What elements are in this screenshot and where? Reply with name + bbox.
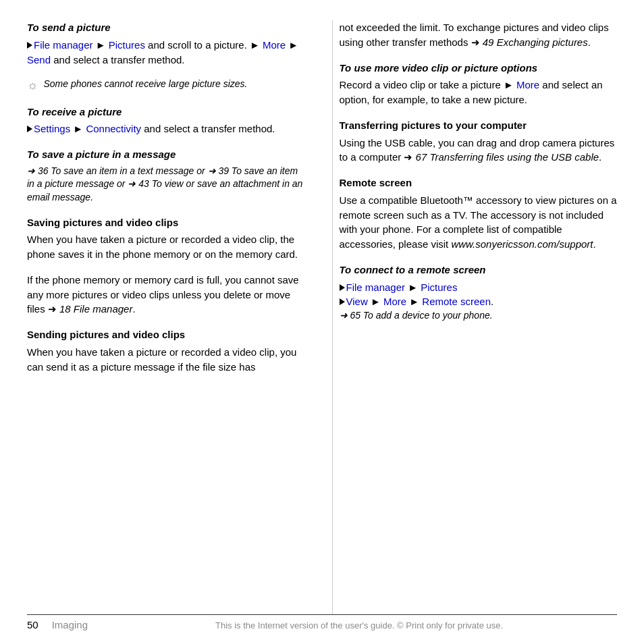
or2: or ➜ (114, 178, 138, 189)
section-receive-picture: To receive a picture Settings ► Connecti… (27, 105, 305, 137)
section-save-picture: To save a picture in a message ➜ 36 To s… (27, 147, 305, 205)
sep6: ► (406, 296, 422, 307)
text-connect-line3: ➜ 65 To add a device to your phone. (340, 309, 618, 323)
link-remote-screen: Remote screen (422, 296, 491, 307)
heading-receive-picture: To receive a picture (27, 105, 305, 119)
text-memory-full: If the phone memory or memory card is fu… (27, 273, 305, 317)
link-settings: Settings (34, 123, 70, 134)
text-sending: When you have taken a picture or recorde… (27, 345, 305, 375)
arrow-filled2: ➜ (340, 310, 350, 321)
period1: . (90, 192, 93, 203)
or1: or ➜ (194, 165, 218, 176)
text-save-picture: ➜ 36 To save an item in a text message o… (27, 165, 305, 205)
footer: 50 Imaging This is the Internet version … (27, 614, 617, 630)
sep3: ► (70, 123, 86, 134)
link-pictures2: Pictures (421, 281, 457, 293)
tip-icon: ☼ (27, 78, 38, 93)
page: To send a picture File manager ► Picture… (0, 0, 644, 644)
footer-page-number: 50 (27, 619, 38, 630)
text-not-exceeded: not exceeded the limit. To exchange pict… (340, 20, 618, 50)
section-memory-full: If the phone memory or memory card is fu… (27, 273, 305, 317)
heading-transferring: Transferring pictures to your computer (340, 118, 618, 133)
tip-text: Some phones cannot receive large picture… (44, 78, 248, 91)
right-column: not exceeded the limit. To exchange pict… (332, 20, 618, 614)
link-pictures: Pictures (109, 39, 145, 51)
link-67-transferring: 67 Transferring files using the USB cabl… (416, 151, 599, 163)
period5: . (593, 238, 596, 250)
text-connect-line2: View ► More ► Remote screen. (340, 294, 618, 309)
arrow-icon4 (340, 298, 345, 305)
text-record: Record a video clip or take a picture ► (340, 79, 516, 90)
section-remote-screen: Remote screen Use a compatible Bluetooth… (340, 176, 618, 252)
arrow-icon (27, 42, 32, 49)
text-transferring: Using the USB cable, you can drag and dr… (340, 136, 618, 165)
main-content: To send a picture File manager ► Picture… (27, 20, 617, 614)
left-column: To send a picture File manager ► Picture… (27, 20, 312, 614)
heading-remote-screen: Remote screen (340, 176, 618, 190)
period6: . (491, 296, 493, 307)
period3: . (588, 36, 591, 48)
text-send-picture: File manager ► Pictures and scroll to a … (27, 38, 305, 68)
heading-sending: Sending pictures and video clips (27, 327, 305, 342)
section-not-exceeded: not exceeded the limit. To exchange pict… (340, 20, 618, 50)
sep1: ► (93, 39, 109, 51)
sep4: ► (405, 281, 421, 293)
text-receive-post: and select a transfer method. (141, 123, 275, 134)
footer-section-label: Imaging (52, 619, 88, 630)
arrow-icon3 (340, 284, 345, 291)
section-send-picture: To send a picture File manager ► Picture… (27, 20, 305, 67)
link-connectivity: Connectivity (86, 123, 141, 134)
link-more-right: More (516, 79, 539, 90)
link-more2: More (383, 296, 406, 307)
link-18-file-manager: 18 File manager (59, 303, 132, 315)
text-more-options: Record a video clip or take a picture ► … (340, 78, 618, 107)
period4: . (599, 151, 601, 163)
tip-section: ☼ Some phones cannot receive large pictu… (27, 78, 305, 93)
period2: . (132, 303, 135, 315)
text-remote-screen: Use a compatible Bluetooth™ accessory to… (340, 193, 618, 252)
text-connect-line1: File manager ► Pictures (340, 280, 618, 295)
heading-save-picture: To save a picture in a message (27, 147, 305, 162)
section-saving: Saving pictures and video clips When you… (27, 215, 305, 262)
arrow-icon2 (27, 126, 32, 132)
text-method: and select a transfer method. (51, 54, 184, 65)
section-more-options: To use more video clip or picture option… (340, 61, 618, 107)
text-saving: When you have taken a picture or recorde… (27, 232, 305, 262)
sep2: ► (286, 39, 298, 51)
link-65: 65 To add a device to your phone (350, 310, 489, 321)
heading-saving: Saving pictures and video clips (27, 215, 305, 230)
heading-connect-remote: To connect to a remote screen (340, 263, 618, 277)
link-49-exchanging: 49 Exchanging pictures (483, 36, 588, 48)
link-file-manager: File manager (34, 39, 93, 51)
text-receive-picture: Settings ► Connectivity and select a tra… (27, 122, 305, 136)
link-36: 36 To save an item in a text message (38, 165, 194, 176)
sep5: ► (368, 296, 383, 307)
link-send: Send (27, 54, 51, 65)
link-view: View (346, 296, 368, 307)
section-connect-remote: To connect to a remote screen File manag… (340, 263, 618, 323)
link-file-manager2: File manager (346, 281, 406, 293)
link-sonyericsson: www.sonyericsson.com/support (451, 238, 593, 250)
period7: . (490, 310, 493, 321)
arrow-filled1: ➜ (27, 165, 38, 176)
link-more: More (263, 39, 286, 51)
section-sending: Sending pictures and video clips When yo… (27, 327, 305, 374)
text-scroll: and scroll to a picture. ► (145, 39, 263, 51)
footer-copyright: This is the Internet version of the user… (101, 620, 617, 630)
section-transferring: Transferring pictures to your computer U… (340, 118, 618, 165)
heading-send-picture: To send a picture (27, 20, 305, 35)
heading-more-options: To use more video clip or picture option… (340, 61, 618, 76)
